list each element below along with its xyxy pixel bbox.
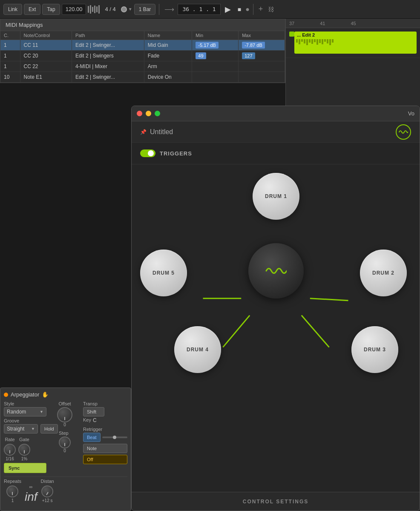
bar-option[interactable]: 1 Bar xyxy=(134,4,156,15)
arpeggiator-panel: ⋮⋮ Arpeggiator ✋ Style Random ▼ Groove S… xyxy=(0,388,131,511)
groove-dropdown[interactable]: Straight ▼ xyxy=(4,424,38,433)
ruler-45: 45 xyxy=(351,21,356,26)
midi-cell-0-2: Edit 2 | Swinger... xyxy=(72,40,144,51)
midi-cell-1-5: 127 xyxy=(239,51,285,61)
midi-row-2[interactable]: 1CC 224-MIDI | MixerArm xyxy=(0,61,285,72)
drum-center[interactable] xyxy=(248,243,304,299)
col-path: Path xyxy=(72,31,144,40)
minimize-button[interactable] xyxy=(146,111,151,116)
arp-title-bar: Arpeggiator ✋ xyxy=(4,391,127,398)
sync-button[interactable]: Sync xyxy=(4,463,46,473)
maximize-button[interactable] xyxy=(155,111,160,116)
midi-row-0[interactable]: 1CC 11Edit 2 | Swinger...Mid Gain-5.17 d… xyxy=(0,40,285,51)
ruler-37: 37 xyxy=(289,21,294,26)
drum-4-pad[interactable]: DRUM 4 xyxy=(174,326,221,373)
arp-dot xyxy=(4,393,8,397)
distance-knob[interactable] xyxy=(41,485,53,497)
plugin-name-text: Untitled xyxy=(150,128,173,136)
shift-button[interactable]: Shift xyxy=(83,407,104,416)
col-min: Min xyxy=(192,31,239,40)
svg-line-1 xyxy=(310,299,348,301)
groove-dropdown-arrow: ▼ xyxy=(31,427,35,431)
midi-cell-1-4: 49 xyxy=(192,51,239,61)
jump-button[interactable]: ⟶ xyxy=(163,5,176,13)
meter-bars xyxy=(88,5,100,14)
clip-waveform xyxy=(294,38,417,46)
drum-3-label: DRUM 3 xyxy=(364,347,386,353)
rate-label: Rate xyxy=(5,437,14,442)
retrigger-label: Retrigger xyxy=(83,427,127,432)
rate-section: Rate 1/16 Gate 1% Syn xyxy=(4,437,46,473)
drum-2-pad[interactable]: DRUM 2 xyxy=(360,250,407,296)
svg-line-2 xyxy=(302,316,329,347)
steps-knob-marker xyxy=(64,443,65,446)
rate-knob-group: Rate 1/16 xyxy=(4,437,16,461)
key-value: C xyxy=(93,417,97,423)
rate-knob-marker xyxy=(9,450,10,454)
separator-2 xyxy=(253,4,253,15)
midi-cell-1-3: Fade xyxy=(144,51,192,61)
arrange-ruler: 37 41 45 xyxy=(286,19,420,28)
record-button[interactable]: ● xyxy=(245,6,250,13)
control-settings-bar[interactable]: CONTROL SETTINGS xyxy=(132,492,420,511)
triggers-header: TRIGGERS xyxy=(140,149,411,157)
beat-slider[interactable] xyxy=(102,436,127,438)
midi-cell-3-4 xyxy=(192,72,239,83)
rate-knob[interactable] xyxy=(4,444,16,456)
ruler-41: 41 xyxy=(320,21,325,26)
plugin-header: 📌 Untitled xyxy=(132,121,420,143)
clip-block[interactable]: ... Edit 2 xyxy=(294,32,417,54)
bpm-display[interactable]: 120.00 xyxy=(62,4,86,15)
midi-cell-3-0: 10 xyxy=(0,72,20,83)
repeats-group: Repeats 1 xyxy=(4,479,21,503)
tap-button[interactable]: Tap xyxy=(42,4,60,15)
gate-knob[interactable] xyxy=(18,444,30,456)
ext-button[interactable]: Ext xyxy=(24,4,40,15)
drum-3-pad[interactable]: DRUM 3 xyxy=(351,326,398,373)
groove-section: Groove Straight ▼ Hold xyxy=(4,418,46,433)
add-button[interactable]: + xyxy=(257,5,265,14)
link-button[interactable]: Link xyxy=(3,4,22,15)
style-dropdown[interactable]: Random ▼ xyxy=(4,407,46,416)
steps-label: Step xyxy=(59,431,71,436)
off-button[interactable]: Off xyxy=(83,455,127,464)
drum-5-pad[interactable]: DRUM 5 xyxy=(140,250,187,296)
pin-icon: 📌 xyxy=(140,129,147,135)
record-dot-1 xyxy=(121,6,127,12)
midi-cell-2-3: Arm xyxy=(144,61,192,72)
triggers-section: TRIGGERS xyxy=(132,143,420,164)
steps-group: Step 0 xyxy=(59,431,71,453)
gate-label: Gate xyxy=(19,437,29,442)
stop-button[interactable]: ■ xyxy=(235,6,244,13)
midi-cell-2-4 xyxy=(192,61,239,72)
distance-label: Distan xyxy=(41,479,54,484)
style-dropdown-arrow: ▼ xyxy=(40,410,43,414)
midi-row-1[interactable]: 1CC 20Edit 2 | SwingersFade49127 xyxy=(0,51,285,61)
separator-1 xyxy=(159,4,159,15)
sync-row: Sync xyxy=(4,463,46,473)
play-button[interactable]: ▶ xyxy=(222,5,233,14)
gate-value: 1% xyxy=(21,456,27,461)
retrigger-section: Retrigger Beat Note Off xyxy=(83,427,127,464)
steps-knob[interactable] xyxy=(59,436,71,448)
drum-1-pad[interactable]: DRUM 1 xyxy=(253,173,299,220)
midi-cell-1-1: CC 20 xyxy=(20,51,72,61)
repeats-knob[interactable] xyxy=(6,485,18,497)
col-max: Max xyxy=(239,31,285,40)
record-mode[interactable]: ▼ xyxy=(121,6,132,12)
col-control: Note/Control xyxy=(20,31,72,40)
inf-label: ∞ xyxy=(29,484,33,489)
beat-slider-row: Beat xyxy=(83,433,127,442)
groove-label: Groove xyxy=(4,418,46,423)
close-button[interactable] xyxy=(137,111,142,116)
note-button[interactable]: Note xyxy=(83,444,127,453)
trigger-toggle[interactable] xyxy=(140,149,155,157)
midi-row-3[interactable]: 10Note E1Edit 2 | Swinger...Device On xyxy=(0,72,285,83)
key-row: Key C xyxy=(83,417,127,423)
link-icon[interactable]: ⛓ xyxy=(266,6,276,13)
midi-cell-2-2: 4-MIDI | Mixer xyxy=(72,61,144,72)
midi-cell-1-0: 1 xyxy=(0,51,20,61)
offset-knob[interactable] xyxy=(57,407,72,422)
offset-knob-marker xyxy=(64,417,65,420)
beat-button[interactable]: Beat xyxy=(83,433,101,442)
